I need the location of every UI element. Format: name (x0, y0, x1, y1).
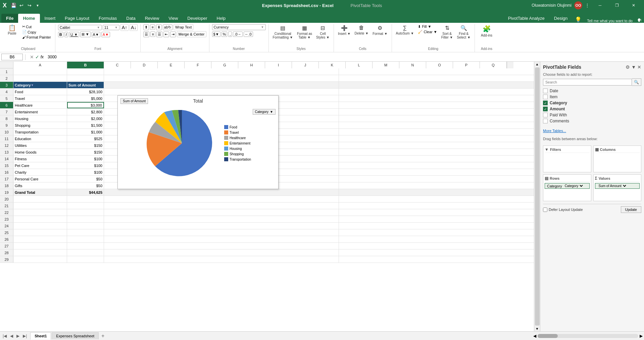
col-header-b[interactable]: B (67, 62, 104, 68)
tell-me-input[interactable]: Tell me what you want to do (584, 19, 635, 23)
cancel-formula-icon[interactable]: ✕ (30, 54, 34, 60)
row-header-20[interactable]: 20 (0, 196, 13, 202)
cell-a26[interactable] (13, 236, 67, 242)
scroll-up-button[interactable]: ▲ (535, 62, 540, 67)
cell-a4[interactable]: Food (13, 89, 67, 95)
confirm-formula-icon[interactable]: ✓ (35, 54, 39, 60)
redo-icon[interactable]: ↪ (27, 3, 32, 8)
sheet-tab-expenses[interactable]: Expenses Spreadsheet (52, 332, 99, 339)
row-header-15[interactable]: 15 (0, 162, 13, 169)
cell-b6-selected[interactable]: $3,000 (67, 102, 104, 108)
ribbon-display-icon[interactable]: ⋮ (585, 3, 590, 8)
customize-qat-icon[interactable]: ▼ (35, 3, 40, 8)
number-format-select[interactable]: Currency ▼ (212, 24, 266, 30)
cell-b17[interactable]: $50 (67, 176, 104, 182)
more-tables-link[interactable]: More Tables... (543, 129, 641, 133)
tab-help[interactable]: Help (212, 14, 231, 23)
row-header-13[interactable]: 13 (0, 149, 13, 155)
paste-button[interactable]: 📋 Paste (4, 24, 20, 40)
row-header-7[interactable]: 7 (0, 109, 13, 115)
scroll-thumb[interactable] (535, 67, 540, 326)
comma-button[interactable]: , (228, 32, 232, 37)
formula-input[interactable] (46, 54, 643, 60)
autosum-button[interactable]: ∑ AutoSum ▼ (395, 24, 415, 36)
col-header-q[interactable]: Q (480, 62, 507, 68)
col-header-f[interactable]: F (185, 62, 211, 68)
increase-decimal-button[interactable]: .0→ (233, 32, 242, 37)
tab-design[interactable]: Design (549, 14, 572, 23)
pivot-close-icon[interactable]: ✕ (637, 64, 641, 70)
col-header-a[interactable]: A (13, 62, 67, 68)
sort-filter-button[interactable]: ⇅ Sort &Filter ▼ (440, 24, 454, 40)
cell-b29[interactable] (67, 256, 104, 263)
col-header-g[interactable]: G (211, 62, 238, 68)
italic-button[interactable]: I (64, 32, 68, 37)
cell-a28[interactable] (13, 249, 67, 256)
tab-pivot-analyze[interactable]: PivotTable Analyze (503, 14, 549, 23)
tab-data[interactable]: Data (121, 14, 140, 23)
row-header-4[interactable]: 4 (0, 89, 13, 95)
cell-c4[interactable] (104, 89, 339, 95)
cell-a18[interactable]: Gifts (13, 182, 67, 189)
tab-review[interactable]: Review (140, 14, 164, 23)
cell-a19[interactable]: Grand Total (13, 189, 67, 195)
cell-a5[interactable]: Travel (13, 95, 67, 102)
row-header-23[interactable]: 23 (0, 216, 13, 222)
tab-view[interactable]: View (164, 14, 183, 23)
increase-font-button[interactable]: A↑ (120, 24, 129, 31)
format-button[interactable]: ⚙ Format ▼ (371, 24, 389, 36)
cell-a21[interactable] (13, 203, 67, 209)
field-checkbox-amount[interactable]: ✓ (543, 107, 548, 111)
row-header-21[interactable]: 21 (0, 203, 13, 209)
cell-a27[interactable] (13, 243, 67, 249)
minimize-button[interactable]: ─ (592, 0, 608, 11)
cell-a6[interactable]: Healthcare (13, 102, 67, 108)
cell-a2[interactable] (13, 75, 67, 81)
cell-a16[interactable]: Charity (13, 169, 67, 175)
cell-b23[interactable] (67, 216, 104, 222)
cell-b16[interactable]: $100 (67, 169, 104, 175)
cell-a23[interactable] (13, 216, 67, 222)
cell-a10[interactable]: Transportation (13, 129, 67, 135)
cell-c2[interactable] (104, 75, 339, 81)
currency-button[interactable]: $▼ (212, 32, 220, 37)
pivot-arrow-icon[interactable]: ▼ (631, 64, 636, 70)
field-checkbox-category[interactable]: ✓ (543, 101, 548, 105)
cell-b5[interactable]: $5,000 (67, 95, 104, 102)
share-icon[interactable]: 🗣 (635, 17, 644, 23)
cell-b26[interactable] (67, 236, 104, 242)
cell-c19[interactable] (104, 189, 339, 195)
increase-indent-button[interactable]: ⇥ (170, 32, 176, 37)
cell-c24[interactable] (104, 223, 339, 229)
cell-b19[interactable]: $44,625 (67, 189, 104, 195)
col-header-n[interactable]: N (399, 62, 426, 68)
border-button[interactable]: ⊞ ▼ (80, 32, 91, 37)
sheet-nav-next[interactable]: ▶ (15, 334, 21, 338)
copy-button[interactable]: 📄 Copy (21, 30, 52, 35)
field-checkbox-item[interactable] (543, 95, 548, 99)
cell-a22[interactable] (13, 209, 67, 216)
horizontal-scrollbar[interactable]: ◀ ▶ (107, 334, 644, 338)
fill-button[interactable]: ⬇ Fill ▼ (416, 24, 438, 29)
font-family-select[interactable]: Calibri ▼ (58, 25, 102, 30)
cell-a14[interactable]: Fitness (13, 156, 67, 162)
insert-button[interactable]: ➕ Insert ▼ (337, 24, 352, 36)
cell-b24[interactable] (67, 223, 104, 229)
col-header-h[interactable]: H (238, 62, 265, 68)
scroll-thumb-h[interactable] (538, 334, 558, 338)
underline-button[interactable]: U ▼ (69, 32, 79, 37)
close-button[interactable]: ✕ (626, 0, 641, 11)
format-painter-button[interactable]: 🖌 Format Painter (21, 35, 52, 40)
decrease-indent-button[interactable]: ⇤ (163, 32, 169, 37)
cell-c23[interactable] (104, 216, 339, 222)
cell-a1[interactable] (13, 68, 67, 75)
align-top-button[interactable]: ⬆ (143, 24, 149, 30)
row-header-10[interactable]: 10 (0, 129, 13, 135)
cell-c22[interactable] (104, 209, 339, 216)
chart-container[interactable]: Sum of Amount Category ▼ Total (117, 95, 279, 189)
col-header-m[interactable]: M (373, 62, 399, 68)
row-header-6[interactable]: 6 (0, 102, 13, 108)
cell-b8[interactable]: $2,000 (67, 115, 104, 122)
tab-formulas[interactable]: Formulas (94, 14, 121, 23)
tab-home[interactable]: Home (18, 14, 40, 23)
